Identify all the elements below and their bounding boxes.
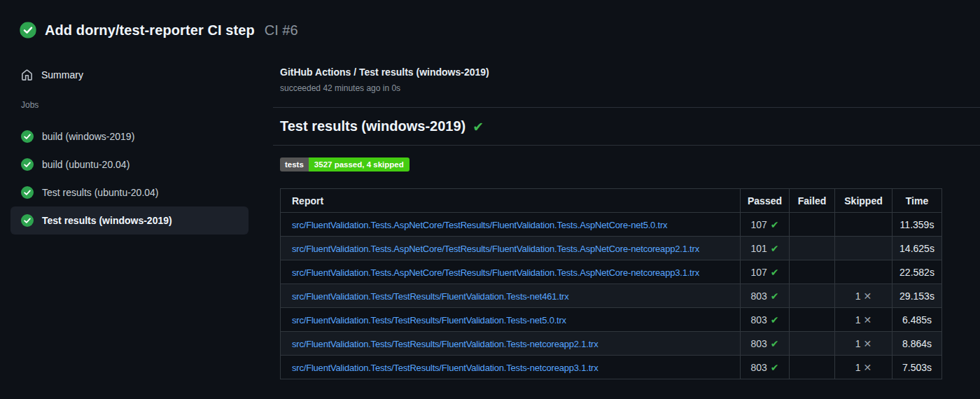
passed-cell: 107✔ <box>741 260 790 284</box>
failed-cell <box>790 260 835 284</box>
failed-cell <box>790 308 835 332</box>
badge-value: 3527 passed, 4 skipped <box>309 158 410 172</box>
check-run-title: GitHub Actions / Test results (windows-2… <box>280 66 980 78</box>
column-header-passed: Passed <box>741 189 790 213</box>
table-row: src/FluentValidation.Tests/TestResults/F… <box>281 308 942 332</box>
divider <box>273 107 980 108</box>
time-cell: 29.153s <box>892 284 942 308</box>
report-heading: Test results (windows-2019) <box>280 118 465 134</box>
check-icon: ✔ <box>771 243 779 254</box>
table-row: src/FluentValidation.Tests.AspNetCore/Te… <box>281 260 942 284</box>
badge-label: tests <box>280 158 309 172</box>
x-icon: ✕ <box>864 362 872 373</box>
passed-cell: 803✔ <box>741 284 790 308</box>
sidebar-jobs-heading: Jobs <box>21 100 273 110</box>
results-table-body: src/FluentValidation.Tests.AspNetCore/Te… <box>281 213 942 379</box>
sidebar-job-item[interactable]: build (ubuntu-20.04) <box>10 150 248 178</box>
passed-cell: 803✔ <box>741 332 790 356</box>
x-icon: ✕ <box>864 290 872 302</box>
run-number: CI #6 <box>265 22 298 38</box>
check-icon: ✔ <box>771 338 779 349</box>
table-row: src/FluentValidation.Tests/TestResults/F… <box>281 284 942 308</box>
table-row: src/FluentValidation.Tests.AspNetCore/Te… <box>281 237 942 260</box>
job-label: build (ubuntu-20.04) <box>42 159 130 170</box>
time-cell: 8.864s <box>892 332 942 356</box>
skipped-cell: 1✕ <box>835 332 892 356</box>
sidebar-item-summary[interactable]: Summary <box>21 66 273 83</box>
main-panel: GitHub Actions / Test results (windows-2… <box>273 56 980 379</box>
report-link[interactable]: src/FluentValidation.Tests.AspNetCore/Te… <box>292 220 667 230</box>
time-cell: 14.625s <box>892 237 942 260</box>
passed-cell: 101✔ <box>741 237 790 260</box>
sidebar-summary-label: Summary <box>41 69 83 80</box>
job-label: Test results (ubuntu-20.04) <box>42 187 159 198</box>
report-link[interactable]: src/FluentValidation.Tests/TestResults/F… <box>292 363 598 373</box>
time-cell: 11.359s <box>892 213 942 237</box>
sidebar-job-item[interactable]: build (windows-2019) <box>10 122 248 150</box>
time-cell: 7.503s <box>892 356 942 379</box>
table-row: src/FluentValidation.Tests/TestResults/F… <box>281 356 942 379</box>
report-link[interactable]: src/FluentValidation.Tests.AspNetCore/Te… <box>292 244 699 254</box>
check-icon: ✔ <box>771 290 779 302</box>
failed-cell <box>790 237 835 260</box>
skipped-cell: 1✕ <box>835 356 892 379</box>
passed-cell: 803✔ <box>741 356 790 379</box>
column-header-time: Time <box>892 189 942 213</box>
check-icon: ✔ <box>771 362 779 373</box>
report-link[interactable]: src/FluentValidation.Tests/TestResults/F… <box>292 291 569 302</box>
job-label: build (windows-2019) <box>42 131 134 142</box>
column-header-failed: Failed <box>790 189 835 213</box>
passed-cell: 107✔ <box>741 213 790 237</box>
success-check-icon <box>21 186 34 199</box>
column-header-skipped: Skipped <box>835 189 892 213</box>
skipped-cell: 1✕ <box>835 308 892 332</box>
job-label: Test results (windows-2019) <box>42 215 172 226</box>
heading-check-icon: ✔ <box>472 119 484 134</box>
skipped-cell: 1✕ <box>835 284 892 308</box>
success-check-icon <box>21 214 34 227</box>
sidebar-job-item[interactable]: Test results (windows-2019) <box>10 206 248 234</box>
time-cell: 22.582s <box>892 260 942 284</box>
failed-cell <box>790 284 835 308</box>
home-icon <box>21 69 33 81</box>
x-icon: ✕ <box>864 338 872 349</box>
failed-cell <box>790 332 835 356</box>
report-link[interactable]: src/FluentValidation.Tests/TestResults/F… <box>292 339 598 349</box>
report-link[interactable]: src/FluentValidation.Tests.AspNetCore/Te… <box>292 267 699 278</box>
table-header-row: Report Passed Failed Skipped Time <box>281 189 942 213</box>
x-icon: ✕ <box>864 314 872 326</box>
passed-cell: 803✔ <box>741 308 790 332</box>
sidebar-job-item[interactable]: Test results (ubuntu-20.04) <box>10 178 248 206</box>
success-check-icon <box>21 158 34 171</box>
report-link[interactable]: src/FluentValidation.Tests/TestResults/F… <box>292 315 566 326</box>
check-icon: ✔ <box>771 219 779 230</box>
failed-cell <box>790 213 835 237</box>
column-header-report: Report <box>281 189 741 213</box>
skipped-cell <box>835 237 892 260</box>
table-row: src/FluentValidation.Tests.AspNetCore/Te… <box>281 213 942 237</box>
results-table: Report Passed Failed Skipped Time src/Fl… <box>280 188 942 379</box>
table-row: src/FluentValidation.Tests/TestResults/F… <box>281 332 942 356</box>
skipped-cell <box>835 213 892 237</box>
job-list: build (windows-2019) build (ubuntu-20.04… <box>21 122 273 234</box>
success-check-icon <box>21 130 34 143</box>
check-run-status: succeeded 42 minutes ago in 0s <box>280 83 980 93</box>
time-cell: 6.485s <box>892 308 942 332</box>
sidebar: Summary Jobs build (windows-2019) build … <box>0 56 273 379</box>
check-icon: ✔ <box>771 314 779 326</box>
run-header: Add dorny/test-reporter CI step CI #6 <box>0 0 980 39</box>
run-status-success-icon <box>20 22 36 38</box>
check-icon: ✔ <box>771 267 779 278</box>
tests-badge: tests 3527 passed, 4 skipped <box>280 158 410 172</box>
divider <box>273 145 980 146</box>
failed-cell <box>790 356 835 379</box>
skipped-cell <box>835 260 892 284</box>
run-title: Add dorny/test-reporter CI step <box>45 22 255 38</box>
